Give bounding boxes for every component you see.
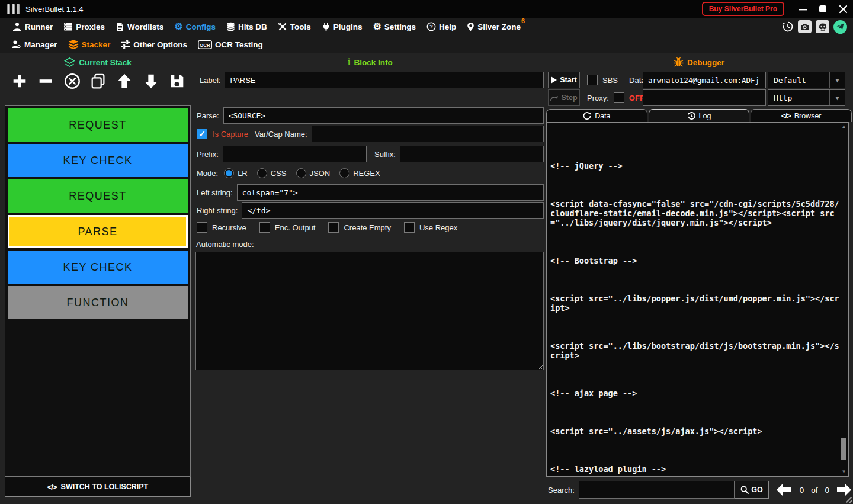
remove-block-button[interactable]	[36, 71, 56, 91]
suffix-input[interactable]	[400, 146, 544, 162]
scroll-down-icon[interactable]: ▼	[840, 468, 848, 476]
search-go-button[interactable]: GO	[735, 481, 768, 499]
save-icon	[168, 72, 186, 90]
submenu-manager[interactable]: Manager	[6, 36, 63, 53]
parse-option-checkbox[interactable]	[197, 222, 207, 233]
clear-stack-button[interactable]	[62, 71, 82, 91]
submenu-ocr-testing[interactable]: OCR OCR Testing	[193, 36, 268, 53]
buy-silverbullet-pro-button[interactable]: Buy SilverBullet Pro	[702, 2, 784, 16]
menu-configs[interactable]: ⚙ Configs	[169, 18, 221, 36]
menu-silver-zone[interactable]: 6 Silver Zone	[461, 18, 526, 36]
minimize-button[interactable]	[793, 0, 813, 18]
duplicate-block-button[interactable]	[88, 71, 108, 91]
stack-block[interactable]: FUNCTION	[8, 286, 188, 319]
parse-option-checkbox[interactable]	[404, 222, 415, 233]
menu-tools[interactable]: Tools	[272, 18, 316, 36]
screenshot-button[interactable]	[798, 20, 812, 33]
proxy-checkbox[interactable]	[614, 92, 624, 103]
mode-radio[interactable]	[257, 168, 267, 178]
proxy-label: Proxy:	[587, 94, 609, 102]
debugger-start-button[interactable]: Start	[548, 72, 580, 88]
discord-icon	[818, 23, 828, 31]
chevron-down-icon: ▼	[829, 72, 845, 88]
history-button[interactable]	[782, 21, 794, 33]
database-icon	[226, 22, 235, 31]
close-button[interactable]	[833, 0, 853, 18]
resize-grip[interactable]	[845, 496, 852, 503]
is-capture-checkbox[interactable]	[197, 129, 207, 139]
tab-data[interactable]: Data	[546, 109, 647, 122]
mode-radio[interactable]	[296, 168, 306, 178]
previous-match-button[interactable]	[776, 483, 791, 496]
stack-block[interactable]: PARSE	[8, 215, 188, 248]
menu-help[interactable]: ? Help	[421, 18, 461, 36]
gear-icon: ⚙	[373, 22, 381, 31]
wordlist-type-dropdown[interactable]: Default ▼	[768, 72, 845, 88]
log-line: <script src="../libs/bootstrap/dist/js/b…	[550, 341, 840, 360]
prefix-input[interactable]	[223, 146, 367, 162]
log-scrollbar[interactable]: ▲ ▼	[840, 123, 848, 476]
move-block-down-button[interactable]	[141, 71, 161, 91]
menu-proxies[interactable]: Proxies	[58, 18, 110, 36]
tab-log[interactable]: Log	[649, 109, 750, 122]
stack-block[interactable]: KEY CHECK	[8, 251, 188, 284]
arrow-up-icon	[116, 72, 133, 90]
stack-block[interactable]: KEY CHECK	[8, 144, 188, 177]
debug-proxy-input[interactable]	[643, 89, 766, 106]
menu-runner[interactable]: Runner	[7, 18, 58, 36]
suffix-label: Suffix:	[374, 150, 396, 159]
save-config-button[interactable]	[167, 71, 187, 91]
mode-radio[interactable]	[339, 168, 349, 178]
sbs-label: SBS	[602, 76, 618, 85]
parse-source-input[interactable]	[223, 107, 544, 124]
mode-radio[interactable]	[224, 168, 234, 178]
menu-plugins[interactable]: Plugins	[316, 18, 368, 36]
debugger-tabs: Data Log </> Browser	[546, 109, 852, 122]
circle-x-icon	[63, 72, 81, 90]
stack-toolbar	[9, 69, 187, 94]
history-clock-icon	[782, 21, 794, 33]
debug-data-input[interactable]	[643, 72, 766, 88]
search-label: Search:	[548, 486, 575, 495]
sbs-checkbox[interactable]	[587, 75, 598, 85]
chevron-down-icon: ▼	[829, 90, 845, 105]
next-match-button[interactable]	[836, 483, 852, 496]
proxy-type-dropdown[interactable]: Http ▼	[768, 89, 845, 106]
debugger-log-panel: <!-- jQuery --> <script data-cfasync="fa…	[546, 122, 849, 477]
scrollbar-thumb[interactable]	[841, 438, 846, 460]
parse-option-checkbox[interactable]	[328, 222, 339, 233]
parse-option-checkbox[interactable]	[259, 222, 270, 233]
submenu-stacker[interactable]: Stacker	[63, 36, 116, 53]
debugger-step-button[interactable]: Step	[548, 89, 580, 106]
add-block-button[interactable]	[9, 71, 30, 91]
menu-wordlists[interactable]: Wordlists	[110, 18, 169, 36]
right-string-label: Right string:	[197, 206, 238, 215]
log-search-input[interactable]	[579, 481, 735, 499]
switch-to-loliscript-button[interactable]: </> SWITCH TO LOLISCRIPT	[5, 477, 191, 497]
submenu-other-options[interactable]: Other Options	[116, 36, 193, 53]
menu-settings[interactable]: ⚙ Settings	[367, 18, 421, 36]
sliders-icon	[121, 40, 130, 49]
scroll-up-icon[interactable]: ▲	[840, 123, 848, 130]
minus-icon	[37, 72, 54, 90]
varcap-input[interactable]	[312, 126, 544, 142]
telegram-button[interactable]	[833, 20, 847, 34]
discord-button[interactable]	[816, 20, 829, 33]
search-icon	[740, 486, 749, 494]
stack-block[interactable]: REQUEST	[8, 179, 188, 213]
map-pin-icon	[467, 22, 474, 31]
left-string-input[interactable]	[237, 184, 544, 201]
stack-block[interactable]: REQUEST	[8, 108, 188, 142]
log-history-icon	[687, 112, 695, 120]
right-string-input[interactable]	[242, 202, 544, 219]
title-bar: SilverBullet 1.1.4 Buy SilverBullet Pro	[0, 0, 853, 18]
proxies-icon	[63, 22, 73, 31]
menu-hits-db[interactable]: Hits DB	[221, 18, 272, 36]
maximize-button[interactable]	[813, 0, 833, 18]
is-capture-label: Is Capture	[213, 130, 248, 139]
tab-browser[interactable]: </> Browser	[751, 109, 852, 122]
automatic-mode-textarea[interactable]	[195, 252, 544, 370]
move-block-up-button[interactable]	[114, 71, 134, 91]
block-label-input[interactable]	[225, 72, 544, 88]
match-of-label: of	[811, 486, 817, 495]
